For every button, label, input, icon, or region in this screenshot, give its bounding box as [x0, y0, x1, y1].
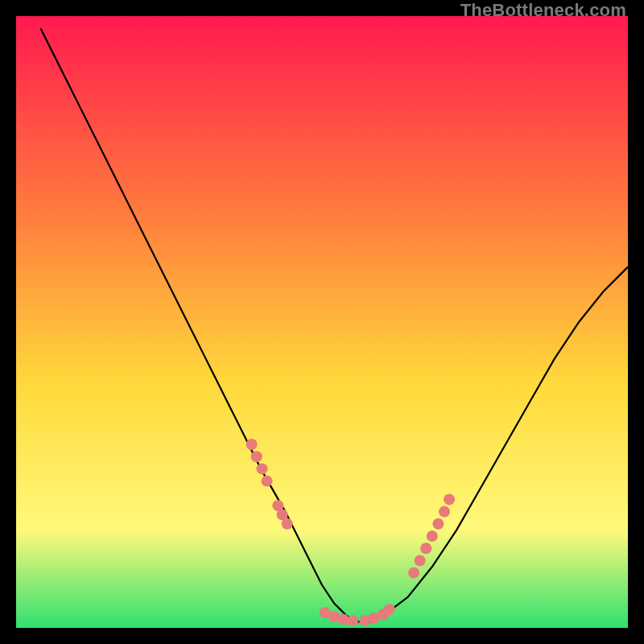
marker-dot [251, 451, 262, 462]
marker-dot [444, 493, 455, 505]
marker-dot [347, 615, 358, 626]
watermark-text: TheBottleneck.com [460, 0, 626, 21]
marker-dot [384, 604, 395, 615]
marker-dot [262, 476, 273, 487]
gradient-background [16, 16, 628, 628]
marker-dot [420, 543, 431, 554]
marker-dot [257, 463, 268, 474]
chart-frame [16, 16, 628, 628]
marker-dot [408, 568, 419, 579]
marker-dot [415, 555, 426, 566]
marker-dot [282, 518, 293, 530]
marker-dot [432, 518, 444, 530]
marker-dot [439, 506, 450, 518]
marker-dot [427, 530, 438, 542]
marker-dot [246, 439, 258, 450]
chart-svg [16, 16, 628, 628]
